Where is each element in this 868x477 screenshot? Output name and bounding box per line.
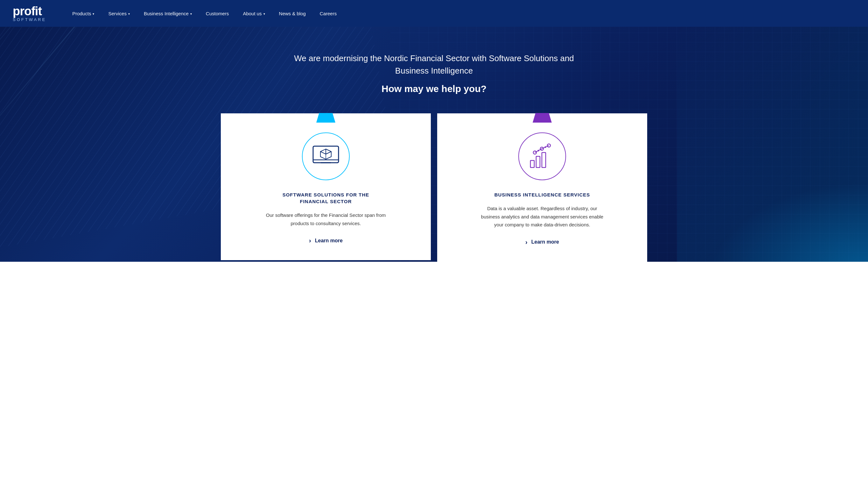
software-card-tab: [316, 113, 335, 123]
chevron-down-icon: ▾: [128, 12, 130, 16]
nav-services[interactable]: Services ▾: [101, 0, 137, 27]
chevron-right-icon: ›: [525, 239, 528, 246]
chevron-right-icon: ›: [309, 237, 311, 244]
software-card-desc: Our software offerings for the Financial…: [262, 211, 390, 227]
software-learn-more-button[interactable]: › Learn more: [309, 237, 343, 244]
chevron-down-icon: ▾: [93, 12, 94, 16]
bi-learn-more-label: Learn more: [531, 239, 559, 245]
nav-news[interactable]: News & blog: [272, 0, 313, 27]
bi-learn-more-button[interactable]: › Learn more: [525, 239, 559, 246]
svg-point-16: [538, 150, 539, 151]
bi-card-wrapper: BUSINESS INTELLIGENCE SERVICES Data is a…: [434, 113, 650, 262]
bi-card-title: BUSINESS INTELLIGENCE SERVICES: [494, 191, 590, 198]
nav-about[interactable]: About us ▾: [236, 0, 272, 27]
cards-section: SOFTWARE SOLUTIONS FOR THEFINANCIAL SECT…: [0, 113, 868, 262]
monitor-cube-icon: [311, 145, 340, 169]
nav-careers[interactable]: Careers: [313, 0, 344, 27]
svg-rect-8: [530, 160, 534, 168]
svg-line-6: [320, 152, 326, 154]
software-card: SOFTWARE SOLUTIONS FOR THEFINANCIAL SECT…: [221, 113, 431, 260]
logo-software: SOFTWARE: [13, 17, 46, 22]
logo[interactable]: profit SOFTWARE: [13, 5, 46, 22]
hero-text: We are modernising the Nordic Financial …: [291, 27, 577, 113]
software-card-wrapper: SOFTWARE SOLUTIONS FOR THEFINANCIAL SECT…: [218, 113, 434, 262]
hero-section: We are modernising the Nordic Financial …: [0, 27, 868, 262]
svg-rect-10: [542, 152, 546, 168]
chevron-down-icon: ▾: [190, 12, 192, 16]
chevron-down-icon: ▾: [264, 12, 265, 16]
hero-question: How may we help you?: [291, 83, 577, 94]
svg-line-5: [326, 152, 331, 154]
hero-tagline: We are modernising the Nordic Financial …: [291, 52, 577, 77]
software-learn-more-label: Learn more: [315, 238, 343, 244]
logo-profit: profit: [13, 5, 46, 17]
nav-customers[interactable]: Customers: [199, 0, 236, 27]
bi-card-desc: Data is a valuable asset. Regardless of …: [478, 204, 606, 229]
header: profit SOFTWARE Products ▾ Services ▾ Bu…: [0, 0, 868, 27]
software-card-title: SOFTWARE SOLUTIONS FOR THEFINANCIAL SECT…: [283, 191, 369, 205]
bi-icon-circle: [518, 132, 566, 180]
bi-card: BUSINESS INTELLIGENCE SERVICES Data is a…: [437, 113, 647, 262]
main-nav: Products ▾ Services ▾ Business Intellige…: [65, 0, 855, 27]
svg-rect-9: [536, 156, 540, 168]
software-icon-circle: [302, 132, 350, 180]
svg-point-17: [545, 146, 546, 148]
chart-dots-icon: [528, 143, 557, 170]
page-bottom: [0, 262, 868, 281]
nav-products[interactable]: Products ▾: [65, 0, 101, 27]
nav-business-intelligence[interactable]: Business Intelligence ▾: [137, 0, 199, 27]
bi-card-tab: [533, 113, 552, 123]
